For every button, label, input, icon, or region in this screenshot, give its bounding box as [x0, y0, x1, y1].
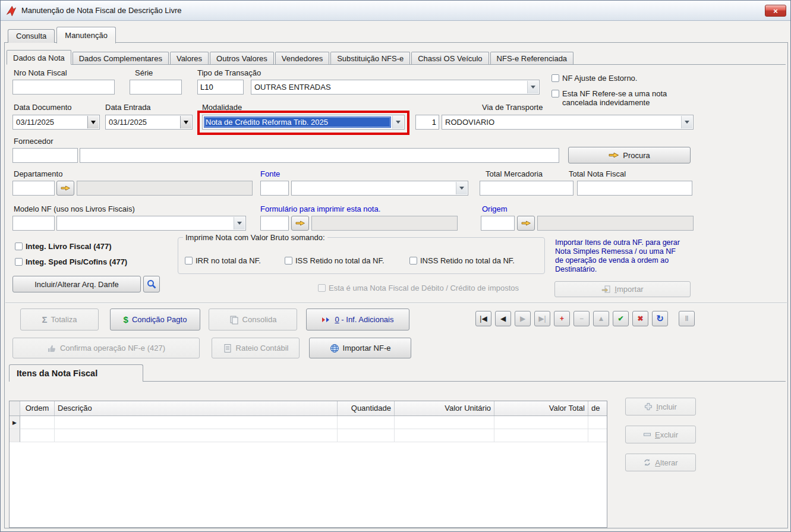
modelo-nf-select[interactable] — [56, 216, 246, 231]
via-transporte-label: Via de Transporte — [482, 103, 543, 112]
incluir-button: Incluir — [625, 398, 696, 415]
data-documento-select[interactable]: 03/11/2025 — [12, 115, 100, 130]
row-pointer-icon: ▶ — [12, 420, 17, 426]
chevron-down-icon[interactable] — [180, 116, 191, 128]
col-valor-unitario[interactable]: Valor Unitário — [395, 401, 494, 415]
serie-input[interactable] — [130, 80, 182, 95]
condicao-pagto-button[interactable]: $ Condição Pagto — [110, 309, 200, 330]
nav-edit-button[interactable]: ▲ — [593, 311, 609, 326]
chevron-down-icon[interactable] — [681, 116, 692, 128]
via-transporte-select[interactable]: RODOVIARIO — [442, 115, 694, 130]
data-entrada-select[interactable]: 03/11/2025 — [105, 115, 193, 130]
total-nota-fiscal-label: Total Nota Fiscal — [569, 169, 626, 178]
tab-consulta[interactable]: Consulta — [8, 29, 55, 43]
nav-prior-button[interactable]: ◀ — [495, 311, 511, 326]
modalidade-select[interactable]: Nota de Crédito Reforma Trib. 2025 — [202, 115, 405, 130]
tab-chassi-os-veiculo[interactable]: Chassi OS Veículo — [411, 52, 489, 64]
formulario-lookup-button[interactable] — [291, 216, 309, 231]
departamento-code-input[interactable] — [12, 181, 55, 196]
tab-dados-complementares[interactable]: Dados Complementares — [73, 52, 169, 64]
fonte-select[interactable] — [291, 181, 468, 196]
fornecedor-code-input[interactable] — [12, 148, 78, 163]
modelo-nf-code-input[interactable] — [12, 216, 55, 231]
chevron-down-icon[interactable] — [234, 217, 245, 229]
nf-ajuste-estorno-checkbox[interactable]: NF Ajuste de Estorno. — [552, 74, 637, 83]
integ-livro-fiscal-checkbox[interactable]: Integ. Livro Fiscal (477) — [15, 242, 112, 251]
integ-sped-checkbox[interactable]: Integ. Sped Pis/Cofins (477) — [15, 257, 127, 266]
tab-nfse-referenciada[interactable]: NFS-e Referenciada — [490, 52, 574, 64]
nav-hold-button[interactable]: ‖ — [679, 311, 695, 326]
importar-label: Importar — [614, 285, 643, 294]
integ-livro-fiscal-label: Integ. Livro Fiscal (477) — [26, 242, 112, 251]
nav-next-button[interactable]: ▶ — [515, 311, 531, 326]
tab-dados-da-nota[interactable]: Dados da Nota — [7, 50, 71, 65]
nav-delete-button[interactable]: − — [573, 311, 590, 326]
col-ordem[interactable]: Ordem — [20, 401, 55, 415]
origem-code-input[interactable] — [481, 216, 515, 231]
formulario-code-input[interactable] — [260, 216, 289, 231]
fornecedor-name-input[interactable] — [80, 148, 559, 163]
chevron-down-icon[interactable] — [456, 182, 467, 194]
nav-refresh-button[interactable]: ↻ — [652, 311, 668, 326]
chevron-down-icon[interactable] — [392, 116, 404, 128]
close-button[interactable]: × — [765, 5, 786, 17]
tipo-transacao-select[interactable]: OUTRAS ENTRADAS — [251, 80, 540, 95]
danfe-label: Incluir/Alterar Arq. Danfe — [34, 280, 119, 289]
table-row[interactable]: ▶ — [10, 416, 607, 429]
nav-first-button[interactable]: |◀ — [475, 311, 491, 326]
tab-vendedores[interactable]: Vendedores — [275, 52, 329, 64]
total-nota-fiscal-input[interactable] — [577, 181, 692, 196]
hint-line: Nota Simples Remessa / ou uma NF — [555, 247, 791, 256]
table-row[interactable] — [10, 429, 607, 442]
tab-valores[interactable]: Valores — [170, 52, 209, 64]
total-mercadoria-label: Total Mercadoria — [486, 169, 543, 178]
itens-nota-fiscal-tab[interactable]: Itens da Nota Fiscal — [9, 364, 143, 382]
nro-nota-fiscal-input[interactable] — [12, 80, 115, 95]
tab-substituicao-nfse[interactable]: Substituição NFS-e — [330, 52, 410, 64]
magnifier-icon — [147, 279, 156, 289]
tab-manutencao[interactable]: Manutenção — [56, 27, 116, 43]
iss-checkbox[interactable]: ISS Retido no total da NF. — [285, 256, 385, 265]
col-descricao[interactable]: Descrição — [55, 401, 338, 415]
procura-button[interactable]: Procura — [568, 147, 691, 163]
items-grid[interactable]: Ordem Descrição Quantidade Valor Unitári… — [9, 401, 607, 528]
nf-ajuste-estorno-label: NF Ajuste de Estorno. — [562, 74, 637, 83]
danfe-search-button[interactable] — [143, 276, 160, 292]
row-pointer-cell — [10, 429, 20, 442]
inf-adicionais-button[interactable]: 0 - Inf. Adicionais — [306, 309, 409, 330]
app-window: Manutenção de Nota Fiscal de Descrição L… — [0, 0, 791, 532]
tipo-transacao-code-input[interactable] — [197, 80, 244, 95]
fonte-code-input[interactable] — [260, 181, 289, 196]
origem-lookup-button[interactable] — [517, 216, 535, 231]
irr-checkbox[interactable]: IRR no total da NF. — [185, 256, 261, 265]
cell-valor-total — [494, 429, 588, 442]
nf-cancelada-checkbox[interactable]: Esta NF Refere-se a uma nota cancelada i… — [552, 89, 675, 107]
checkbox-box — [409, 257, 417, 265]
hand-pointer-icon — [61, 184, 71, 192]
nav-last-button[interactable]: ▶| — [534, 311, 550, 326]
incluir-alterar-danfe-button[interactable]: Incluir/Alterar Arq. Danfe — [12, 276, 141, 292]
tipo-transacao-value: OUTRAS ENTRADAS — [253, 81, 526, 93]
checkbox-box — [318, 284, 326, 292]
incluir-label: Incluir — [656, 402, 677, 411]
chevron-down-icon[interactable] — [527, 81, 538, 93]
tab-outros-valores[interactable]: Outros Valores — [210, 52, 274, 64]
nav-cancel-button[interactable]: ✖ — [632, 311, 648, 326]
nav-post-button[interactable]: ✔ — [613, 311, 629, 326]
departamento-lookup-button[interactable] — [56, 181, 74, 196]
col-quantidade[interactable]: Quantidade — [338, 401, 395, 415]
col-valor-total[interactable]: Valor Total — [494, 401, 588, 415]
consolida-label: Consolida — [242, 315, 277, 324]
importar-nfe-button[interactable]: Importar NF-e — [309, 338, 411, 358]
nav-insert-button[interactable]: + — [554, 311, 570, 326]
total-mercadoria-input[interactable] — [480, 181, 573, 196]
hint-line: Destinatário. — [555, 265, 791, 274]
hand-pointer-icon — [609, 151, 619, 159]
via-transporte-code-input[interactable] — [415, 115, 439, 130]
inss-checkbox[interactable]: INSS Retido no total da NF. — [409, 256, 515, 265]
cell-valor-unitario — [395, 416, 494, 429]
totaliza-label: Totaliza — [51, 315, 77, 324]
col-de[interactable]: de — [588, 401, 607, 415]
checkbox-box — [285, 257, 292, 265]
chevron-down-icon[interactable] — [87, 116, 99, 128]
